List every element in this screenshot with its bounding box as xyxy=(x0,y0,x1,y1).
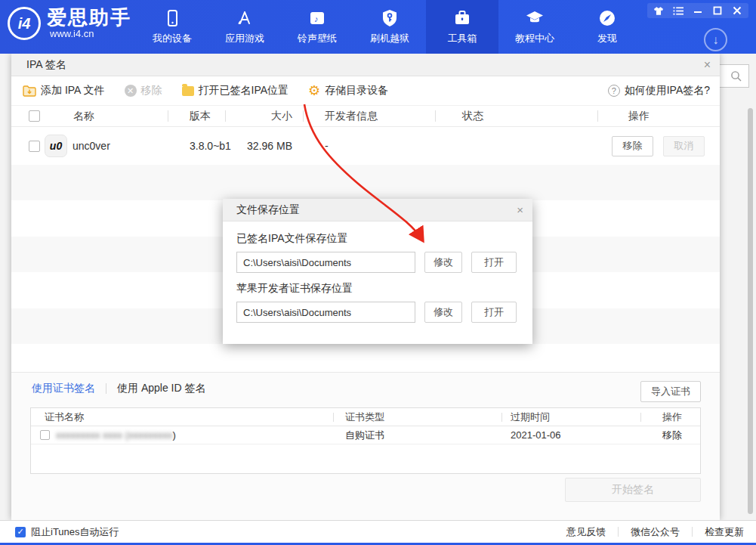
nav-item-toolbox[interactable]: 工具箱 xyxy=(426,0,498,54)
nav-item-jailbreak[interactable]: 刷机越狱 xyxy=(353,0,426,54)
cert-expire: 2021-01-06 xyxy=(502,429,640,441)
svg-text:♪: ♪ xyxy=(314,14,319,23)
add-ipa-button[interactable]: 添加 IPA 文件 xyxy=(23,84,105,98)
menu-list-icon xyxy=(673,6,684,16)
nav-item-tutorial-center[interactable]: 教程中心 xyxy=(498,0,571,54)
signed-ipa-open-button[interactable]: 打开 xyxy=(471,252,517,273)
block-itunes-label: 阻止iTunes自动运行 xyxy=(31,525,119,539)
window-controls xyxy=(647,3,748,18)
col-name: 名称 xyxy=(45,110,168,123)
close-icon xyxy=(733,6,742,15)
status-bar: ✓ 阻止iTunes自动运行 意见反馈 微信公众号 检查更新 xyxy=(0,520,756,543)
file-save-location-dialog: 文件保存位置 × 已签名IPA文件保存位置 修改 打开 苹果开发者证书保存位置 … xyxy=(223,199,532,344)
app-logo[interactable]: i4 爱思助手 www.i4.cn xyxy=(8,7,131,40)
open-signed-location-button[interactable]: 打开已签名IPA位置 xyxy=(182,84,289,98)
row-cancel-button[interactable]: 取消 xyxy=(663,136,705,156)
search-icon xyxy=(730,70,742,82)
panel-toolbar: 添加 IPA 文件 ✕ 移除 打开已签名IPA位置 ⚙ 存储目录设备 ? 如何使… xyxy=(11,76,720,106)
signed-ipa-modify-button[interactable]: 修改 xyxy=(424,252,462,273)
panel-close-icon[interactable]: × xyxy=(704,59,711,71)
theme-skin-button[interactable] xyxy=(650,5,667,17)
app-name: unc0ver xyxy=(73,140,110,152)
row-checkbox[interactable] xyxy=(29,141,40,152)
dialog-close-icon[interactable]: × xyxy=(517,203,523,216)
dialog-titlebar: 文件保存位置 × xyxy=(223,199,532,221)
col-developer: 开发者信息 xyxy=(304,110,435,123)
panel-titlebar: IPA 签名 × xyxy=(11,54,720,76)
dialog-title: 文件保存位置 xyxy=(236,203,300,217)
dev-cert-location-label: 苹果开发者证书保存位置 xyxy=(236,282,519,296)
table-row[interactable]: u0 unc0ver 3.8.0~b1 32.96 MB - 移除 取消 xyxy=(11,127,720,165)
dev-cert-location-input[interactable] xyxy=(236,302,415,323)
minimize-button[interactable] xyxy=(690,5,706,17)
nav-item-my-device[interactable]: 我的设备 xyxy=(136,0,208,54)
tab-appleid-sign[interactable]: 使用 Apple ID 签名 xyxy=(117,382,205,395)
nav-item-app-games[interactable]: 应用游戏 xyxy=(208,0,281,54)
sign-tabs: 使用证书签名 使用 Apple ID 签名 xyxy=(32,382,205,395)
remove-circle-icon: ✕ xyxy=(125,85,137,97)
logo-icon: i4 xyxy=(8,7,41,40)
col-size: 大小 xyxy=(226,110,292,123)
storage-dir-button[interactable]: ⚙ 存储目录设备 xyxy=(308,84,388,98)
tab-cert-sign[interactable]: 使用证书签名 xyxy=(32,382,95,395)
download-manager-button[interactable]: ↓ xyxy=(704,28,727,51)
feedback-link[interactable]: 意见反馈 xyxy=(566,525,606,539)
ipa-table-header: 名称 版本 大小 开发者信息 状态 操作 xyxy=(11,106,720,127)
appstore-icon xyxy=(235,8,255,28)
block-itunes-toggle[interactable]: ✓ 阻止iTunes自动运行 xyxy=(15,525,119,539)
menu-button[interactable] xyxy=(670,5,687,17)
dev-cert-open-button[interactable]: 打开 xyxy=(471,302,517,323)
question-icon: ? xyxy=(608,85,620,97)
gear-icon: ⚙ xyxy=(308,84,320,98)
col-cert-expire: 过期时间 xyxy=(502,410,640,424)
brand-name: 爱思助手 xyxy=(47,7,131,28)
graduation-cap-icon xyxy=(525,8,545,28)
developer-info: - xyxy=(304,140,435,152)
signed-ipa-location-input[interactable] xyxy=(236,252,415,273)
folder-icon xyxy=(182,86,194,96)
cert-type: 自购证书 xyxy=(334,429,501,442)
shield-key-icon xyxy=(380,8,400,28)
brand-url: www.i4.cn xyxy=(50,28,131,39)
help-link[interactable]: ? 如何使用IPA签名? xyxy=(608,84,710,98)
check-update-link[interactable]: 检查更新 xyxy=(705,525,744,539)
app-window: i4 爱思助手 www.i4.cn 我的设备 应用游戏 ♪ 铃声壁纸 刷机越狱 xyxy=(0,0,756,545)
cert-row[interactable]: xxxxxxxxx xxxx (xxxxxxxxx ) 自购证书 2021-01… xyxy=(31,426,700,444)
cert-table-header: 证书名称 证书类型 过期时间 操作 xyxy=(31,408,700,426)
unc0ver-app-icon: u0 xyxy=(45,135,67,157)
nav-item-discover[interactable]: 发现 xyxy=(571,0,643,54)
col-cert-type: 证书类型 xyxy=(334,410,501,424)
toolbox-icon xyxy=(452,8,472,28)
shirt-icon xyxy=(653,6,664,16)
app-version: 3.8.0~b1 xyxy=(168,140,225,152)
app-header: i4 爱思助手 www.i4.cn 我的设备 应用游戏 ♪ 铃声壁纸 刷机越狱 xyxy=(0,0,756,54)
remove-button[interactable]: ✕ 移除 xyxy=(125,84,162,98)
close-button[interactable] xyxy=(729,5,745,17)
signed-ipa-location-label: 已签名IPA文件保存位置 xyxy=(236,232,519,246)
down-arrow-icon: ↓ xyxy=(713,33,719,47)
start-sign-button[interactable]: 开始签名 xyxy=(565,478,701,502)
dev-cert-modify-button[interactable]: 修改 xyxy=(424,302,462,323)
select-all-checkbox[interactable] xyxy=(29,110,40,122)
cert-remove-link[interactable]: 移除 xyxy=(641,429,700,442)
row-remove-button[interactable]: 移除 xyxy=(612,136,653,156)
nav-item-ringtone-wallpaper[interactable]: ♪ 铃声壁纸 xyxy=(281,0,353,54)
cert-checkbox[interactable] xyxy=(40,430,50,440)
cert-table: 证书名称 证书类型 过期时间 操作 xxxxxxxxx xxxx (xxxxxx… xyxy=(30,407,701,474)
checked-checkbox-icon[interactable]: ✓ xyxy=(15,527,26,537)
sign-section: 使用证书签名 使用 Apple ID 签名 导入证书 证书名称 证书类型 过期时… xyxy=(11,372,720,520)
folder-add-icon xyxy=(23,85,36,97)
scrollbar[interactable] xyxy=(748,108,753,514)
wechat-link[interactable]: 微信公众号 xyxy=(631,525,680,539)
maximize-icon xyxy=(713,6,722,15)
maximize-button[interactable] xyxy=(709,5,726,17)
import-cert-button[interactable]: 导入证书 xyxy=(640,381,701,402)
main-nav: 我的设备 应用游戏 ♪ 铃声壁纸 刷机越狱 工具箱 教程中心 xyxy=(136,0,643,54)
cert-name-redacted: xxxxxxxxx xxxx (xxxxxxxxx xyxy=(56,429,173,441)
music-folder-icon: ♪ xyxy=(307,8,327,28)
compass-icon xyxy=(597,8,617,28)
col-cert-name: 证书名称 xyxy=(31,410,333,424)
minimize-icon xyxy=(693,6,702,15)
app-size: 32.96 MB xyxy=(226,140,292,152)
col-status: 状态 xyxy=(436,110,597,123)
